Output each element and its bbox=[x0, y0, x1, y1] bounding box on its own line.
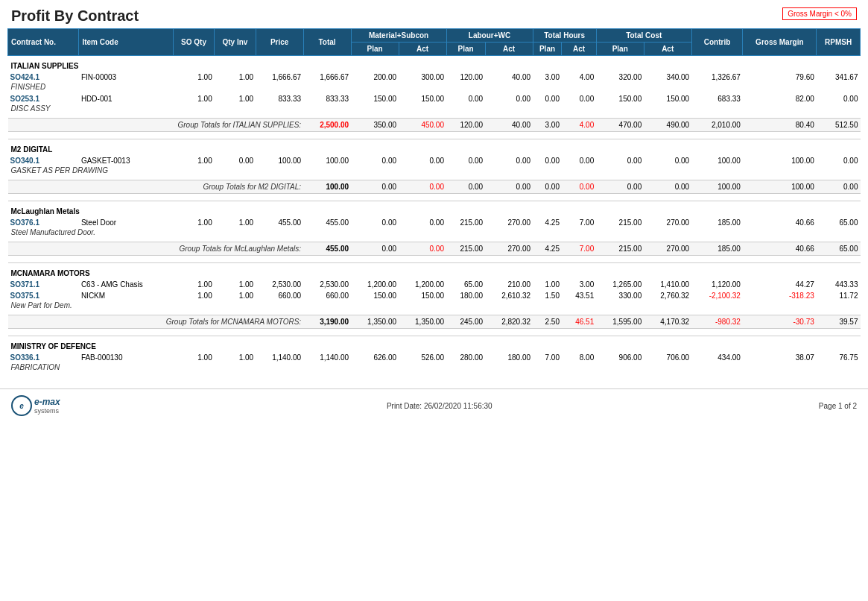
totals-cost-plan: 1,595.00 bbox=[596, 315, 644, 329]
cell-mat-plan: 1,200.00 bbox=[351, 279, 399, 290]
cell-mat-plan: 0.00 bbox=[351, 217, 399, 228]
cell-hrs-plan: 0.00 bbox=[533, 155, 562, 166]
totals-mat-act: 0.00 bbox=[399, 242, 446, 256]
cell-mat-plan: 626.00 bbox=[351, 352, 399, 363]
cell-rpmsh: 76.75 bbox=[817, 352, 861, 363]
spacer-row bbox=[8, 256, 861, 263]
col-labour-wc: Labour+WC bbox=[446, 29, 533, 43]
cell-item-code: HDD-001 bbox=[79, 93, 173, 104]
col-total-cost: Total Cost bbox=[596, 29, 691, 43]
table-sub-row: GASKET AS PER DRAWING bbox=[8, 166, 861, 177]
cell-price: 100.00 bbox=[256, 155, 303, 166]
table-row: SO424.1 FIN-00003 1.00 1.00 1,666.67 1,6… bbox=[8, 72, 861, 83]
totals-hrs-act: 0.00 bbox=[562, 180, 596, 194]
totals-hrs-act: 4.00 bbox=[562, 119, 596, 132]
cell-sub-label: FINISHED bbox=[8, 83, 861, 93]
col-item-code: Item Code bbox=[79, 29, 173, 56]
cell-hrs-plan: 3.00 bbox=[533, 72, 562, 83]
cell-mat-act: 0.00 bbox=[399, 155, 446, 166]
cell-item-code: FIN-00003 bbox=[79, 72, 173, 83]
cell-cost-plan: 150.00 bbox=[596, 93, 644, 104]
col-hrs-act: Act bbox=[562, 43, 596, 56]
table-row: SO340.1 GASKET-0013 1.00 0.00 100.00 100… bbox=[8, 155, 861, 166]
totals-cost-act: 490.00 bbox=[644, 119, 691, 132]
cell-hrs-act: 8.00 bbox=[562, 352, 596, 363]
totals-gross-margin: 100.00 bbox=[743, 180, 817, 194]
cell-hrs-act: 7.00 bbox=[562, 217, 596, 228]
svg-text:e: e bbox=[19, 402, 24, 410]
totals-lab-plan: 245.00 bbox=[446, 315, 485, 329]
totals-hrs-plan: 2.50 bbox=[533, 315, 562, 329]
cell-contract-no: SO424.1 bbox=[8, 72, 79, 83]
cell-rpmsh: 0.00 bbox=[817, 93, 861, 104]
cell-cost-act: 150.00 bbox=[644, 93, 691, 104]
cell-contrib: 683.33 bbox=[691, 93, 743, 104]
col-mat-plan: Plan bbox=[351, 43, 399, 56]
cell-gross-margin: 79.60 bbox=[743, 72, 817, 83]
footer-logo: e e-max systems bbox=[11, 395, 60, 416]
cell-gross-margin: 38.07 bbox=[743, 352, 817, 363]
footer-print-date: Print Date: 26/02/2020 11:56:30 bbox=[387, 402, 492, 410]
totals-total: 3,190.00 bbox=[303, 315, 351, 329]
totals-total: 2,500.00 bbox=[303, 119, 351, 132]
cell-hrs-plan: 0.00 bbox=[533, 93, 562, 104]
totals-rpmsh: 512.50 bbox=[817, 119, 861, 132]
cell-qty-inv: 1.00 bbox=[215, 93, 256, 104]
page-footer: e e-max systems Print Date: 26/02/2020 1… bbox=[0, 388, 868, 422]
cell-gross-margin: 82.00 bbox=[743, 93, 817, 104]
col-cost-plan: Plan bbox=[596, 43, 644, 56]
cell-so-qty: 1.00 bbox=[173, 352, 214, 363]
cell-price: 2,530.00 bbox=[256, 279, 303, 290]
cell-contrib: 1,326.67 bbox=[691, 72, 743, 83]
cell-sub-label: GASKET AS PER DRAWING bbox=[8, 166, 861, 177]
cell-so-qty: 1.00 bbox=[173, 155, 214, 166]
cell-gross-margin: -318.23 bbox=[743, 290, 817, 301]
cell-so-qty: 1.00 bbox=[173, 290, 214, 301]
totals-gross-margin: 80.40 bbox=[743, 119, 817, 132]
cell-lab-plan: 0.00 bbox=[446, 93, 485, 104]
totals-cost-act: 4,170.32 bbox=[644, 315, 691, 329]
group-name: McLaughlan Metals bbox=[8, 201, 861, 218]
totals-total: 455.00 bbox=[303, 242, 351, 256]
spacer-row bbox=[8, 194, 861, 201]
cell-cost-plan: 215.00 bbox=[596, 217, 644, 228]
cell-gross-margin: 44.27 bbox=[743, 279, 817, 290]
group-totals-label: Group Totals for McLaughlan Metals: bbox=[8, 242, 304, 256]
totals-rpmsh: 0.00 bbox=[817, 180, 861, 194]
group-totals-row: Group Totals for McLaughlan Metals: 455.… bbox=[8, 242, 861, 256]
cell-contrib: 1,120.00 bbox=[691, 279, 743, 290]
totals-lab-act: 0.00 bbox=[485, 180, 533, 194]
totals-contrib: 2,010.00 bbox=[691, 119, 743, 132]
cell-hrs-act: 43.51 bbox=[562, 290, 596, 301]
totals-mat-act: 1,350.00 bbox=[399, 315, 446, 329]
group-header: MINISTRY OF DEFENCE bbox=[8, 336, 861, 353]
cell-item-code: GASKET-0013 bbox=[79, 155, 173, 166]
spacer-row bbox=[8, 374, 861, 381]
cell-cost-act: 1,410.00 bbox=[644, 279, 691, 290]
totals-total: 100.00 bbox=[303, 180, 351, 194]
cell-contrib: -2,100.32 bbox=[691, 290, 743, 301]
col-gross-margin: Gross Margin bbox=[743, 29, 817, 56]
cell-mat-act: 0.00 bbox=[399, 217, 446, 228]
totals-mat-act: 0.00 bbox=[399, 180, 446, 194]
group-totals-label: Group Totals for MCNAMARA MOTORS: bbox=[8, 315, 304, 329]
cell-lab-act: 210.00 bbox=[485, 279, 533, 290]
group-name: ITALIAN SUPPLIES bbox=[8, 56, 861, 72]
col-rpmsh: RPMSH bbox=[817, 29, 861, 56]
cell-hrs-plan: 1.50 bbox=[533, 290, 562, 301]
cell-so-qty: 1.00 bbox=[173, 93, 214, 104]
cell-hrs-act: 0.00 bbox=[562, 93, 596, 104]
totals-lab-plan: 215.00 bbox=[446, 242, 485, 256]
cell-rpmsh: 0.00 bbox=[817, 155, 861, 166]
totals-contrib: -980.32 bbox=[691, 315, 743, 329]
cell-mat-act: 1,200.00 bbox=[399, 279, 446, 290]
cell-price: 455.00 bbox=[256, 217, 303, 228]
cell-hrs-act: 0.00 bbox=[562, 155, 596, 166]
totals-contrib: 100.00 bbox=[691, 180, 743, 194]
totals-cost-act: 0.00 bbox=[644, 180, 691, 194]
group-totals-row: Group Totals for M2 DIGITAL: 100.00 0.00… bbox=[8, 180, 861, 194]
cell-mat-plan: 200.00 bbox=[351, 72, 399, 83]
cell-lab-plan: 215.00 bbox=[446, 217, 485, 228]
group-totals-row: Group Totals for MCNAMARA MOTORS: 3,190.… bbox=[8, 315, 861, 329]
cell-contract-no: SO375.1 bbox=[8, 290, 79, 301]
